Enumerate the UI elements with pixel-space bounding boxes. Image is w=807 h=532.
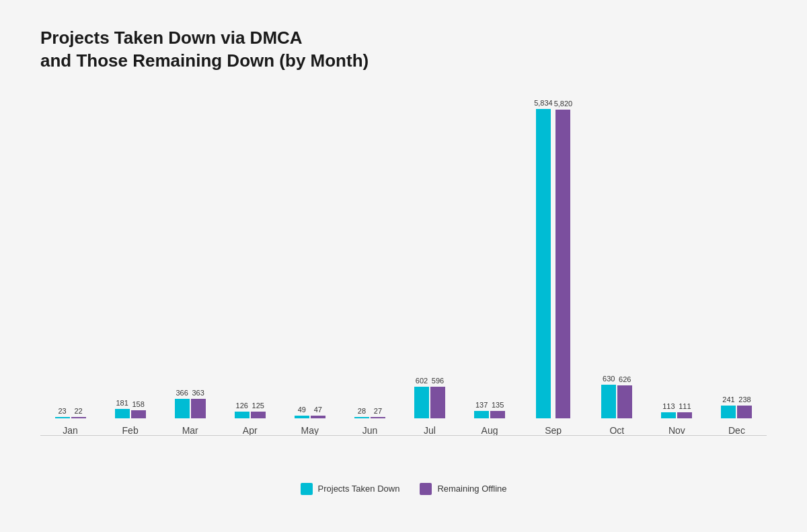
month-label: Aug (482, 425, 498, 436)
cyan-swatch (301, 483, 313, 495)
bar-cyan (661, 412, 676, 418)
value-remaining: 238 (738, 395, 751, 404)
bar-purple (737, 406, 752, 418)
bar-wrapper-cyan: 630 (601, 375, 616, 418)
month-label: Nov (668, 425, 685, 436)
bar-purple (617, 385, 632, 418)
value-taken: 366 (176, 389, 188, 397)
bar-wrapper-purple: 596 (430, 377, 445, 418)
month-label: Apr (243, 425, 258, 436)
legend-cyan: Projects Taken Down (301, 483, 400, 495)
month-label: May (301, 425, 319, 436)
bar-wrapper-cyan: 241 (721, 395, 736, 418)
bar-purple (677, 412, 692, 418)
value-labels-group: 630 626 (601, 375, 632, 418)
month-group-oct: 630 626 Oct (601, 375, 632, 436)
bar-wrapper-cyan: 137 (474, 401, 489, 418)
bar-purple (371, 417, 385, 418)
value-remaining: 47 (314, 406, 322, 414)
bar-purple (131, 410, 146, 418)
value-taken: 23 (58, 407, 66, 415)
bar-purple (555, 110, 570, 418)
bar-wrapper-cyan: 181 (115, 399, 130, 418)
value-remaining: 27 (374, 407, 382, 415)
bar-wrapper-purple: 158 (131, 400, 146, 418)
chart-title: Projects Taken Down via DMCA and Those R… (40, 27, 767, 73)
bar-cyan (536, 109, 551, 418)
bar-wrapper-purple: 47 (311, 406, 325, 418)
month-label: Jan (63, 425, 78, 436)
value-taken: 602 (416, 377, 428, 385)
bar-wrapper-cyan: 28 (354, 407, 369, 418)
value-remaining: 158 (132, 400, 144, 408)
bar-cyan (601, 385, 616, 418)
value-remaining: 596 (432, 377, 444, 385)
month-group-mar: 366 363 Mar (175, 389, 206, 436)
value-taken: 113 (662, 402, 675, 410)
value-labels-group: 5,834 5,820 (534, 99, 572, 418)
value-labels-group: 113 111 (661, 402, 692, 418)
value-labels-group: 366 363 (175, 389, 206, 418)
month-label: Mar (182, 425, 198, 436)
value-remaining: 125 (252, 402, 264, 410)
bar-wrapper-purple: 135 (490, 401, 505, 418)
bar-cyan (115, 409, 130, 418)
month-label: Sep (545, 425, 562, 436)
bars-wrapper: 23 22 Jan 181 158 Feb (40, 93, 767, 436)
value-labels-group: 49 47 (295, 406, 325, 418)
value-labels-group: 23 22 (55, 407, 86, 418)
bar-purple (251, 412, 266, 418)
bar-purple (311, 416, 325, 418)
bar-wrapper-cyan: 602 (414, 377, 429, 418)
month-group-jun: 28 27 Jun (354, 407, 385, 436)
bar-wrapper-purple: 238 (737, 395, 752, 418)
bar-wrapper-cyan: 49 (295, 406, 309, 418)
value-taken: 137 (475, 401, 488, 409)
bar-purple (490, 411, 505, 418)
bar-cyan (474, 411, 489, 418)
value-taken: 630 (603, 375, 615, 383)
value-labels-group: 126 125 (235, 402, 266, 418)
month-label: Jul (424, 425, 436, 436)
bar-wrapper-cyan: 126 (235, 402, 249, 418)
legend-cyan-label: Projects Taken Down (318, 484, 400, 494)
bar-wrapper-cyan: 113 (661, 402, 676, 418)
value-taken: 126 (236, 402, 248, 410)
month-group-may: 49 47 May (295, 406, 325, 436)
value-labels-group: 28 27 (354, 407, 385, 418)
legend: Projects Taken Down Remaining Offline (40, 483, 767, 495)
bar-wrapper-purple: 626 (617, 375, 632, 418)
value-labels-group: 241 238 (721, 395, 752, 418)
value-remaining: 5,820 (554, 100, 573, 108)
value-remaining: 363 (192, 389, 204, 397)
value-taken: 28 (358, 407, 366, 415)
purple-swatch (420, 483, 432, 495)
month-group-nov: 113 111 Nov (661, 402, 692, 436)
value-remaining: 111 (679, 402, 691, 410)
month-group-jan: 23 22 Jan (55, 407, 86, 436)
legend-purple: Remaining Offline (420, 483, 506, 495)
baseline (40, 435, 767, 436)
month-group-sep: 5,834 5,820 Sep (534, 99, 572, 436)
value-taken: 241 (722, 395, 734, 404)
bar-purple (71, 417, 86, 418)
bar-cyan (235, 412, 249, 418)
legend-purple-label: Remaining Offline (437, 484, 506, 494)
bar-cyan (295, 416, 309, 418)
bar-wrapper-purple: 363 (191, 389, 206, 418)
bar-purple (191, 399, 206, 418)
month-group-dec: 241 238 Dec (721, 395, 752, 436)
bar-wrapper-cyan: 23 (55, 407, 70, 418)
bar-wrapper-purple: 5,820 (554, 100, 573, 418)
bar-wrapper-purple: 22 (71, 407, 86, 418)
month-label: Oct (609, 425, 624, 436)
bar-wrapper-cyan: 5,834 (534, 99, 553, 418)
value-labels-group: 181 158 (115, 399, 146, 418)
bar-wrapper-purple: 125 (251, 402, 266, 418)
value-taken: 181 (116, 399, 128, 407)
month-group-apr: 126 125 Apr (235, 402, 266, 436)
bar-cyan (354, 417, 369, 418)
bar-cyan (721, 406, 736, 418)
bar-wrapper-purple: 27 (371, 407, 385, 418)
chart-container: Projects Taken Down via DMCA and Those R… (0, 0, 807, 532)
